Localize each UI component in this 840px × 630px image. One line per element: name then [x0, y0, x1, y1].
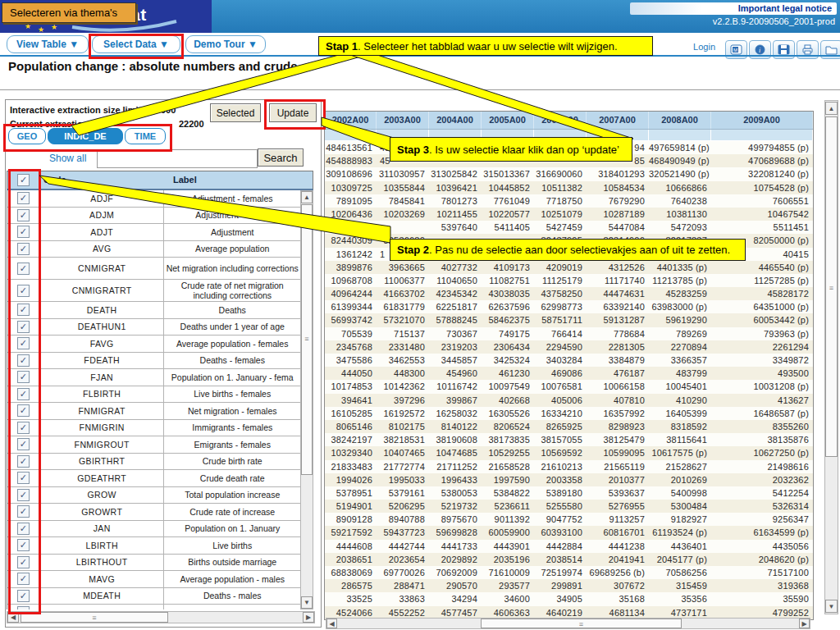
- show-all-link[interactable]: Show all: [49, 153, 86, 164]
- table-hscrollbar[interactable]: ◀ ≡ ▶: [326, 618, 810, 629]
- value-cell: 413627: [711, 394, 813, 407]
- row-checkbox[interactable]: ✓: [7, 588, 40, 605]
- year-column-header[interactable]: 2005A00: [482, 112, 534, 129]
- value-cell: 10045401: [649, 380, 711, 393]
- value-cell: 9011392: [482, 513, 534, 526]
- label-column-header[interactable]: Label: [168, 171, 309, 189]
- menu-demo-tour[interactable]: Demo Tour ▼: [185, 35, 266, 53]
- scroll-up-icon[interactable]: ▲: [301, 191, 313, 203]
- row-checkbox[interactable]: ✓: [7, 241, 40, 258]
- row-checkbox[interactable]: ✓: [7, 487, 40, 504]
- table-row: 3475586346255334458573425324340328433848…: [325, 354, 813, 367]
- row-checkbox[interactable]: ✓: [7, 420, 40, 436]
- row-checkbox[interactable]: ✓: [7, 258, 40, 279]
- value-cell: 69770026: [377, 566, 429, 579]
- row-checkbox[interactable]: ✓: [7, 302, 40, 318]
- value-cell: 16405399: [649, 407, 711, 420]
- year-column-header[interactable]: 2008A00: [649, 112, 711, 129]
- year-column-header[interactable]: 2009A00: [711, 112, 813, 129]
- scroll-right-icon[interactable]: ▶: [303, 612, 314, 623]
- value-cell: 10174853: [325, 380, 377, 393]
- row-checkbox[interactable]: ✓: [7, 454, 40, 470]
- row-checkbox[interactable]: ✓: [7, 504, 40, 520]
- value-cell: 4209019: [534, 261, 587, 274]
- code-column-header[interactable]: Code: [40, 171, 168, 189]
- row-checkbox[interactable]: ✓: [7, 436, 40, 453]
- year-column-header[interactable]: 2003A00: [377, 112, 429, 129]
- row-label: Crude birth rate: [164, 454, 300, 470]
- value-cell: 11171740: [587, 274, 649, 287]
- row-code: MJAN: [40, 605, 165, 609]
- value-cell: 35590: [711, 592, 813, 605]
- value-cell: 10407465: [377, 446, 429, 459]
- row-checkbox[interactable]: ✓: [7, 521, 40, 537]
- search-button[interactable]: Search: [258, 148, 304, 167]
- value-cell: 311030957: [377, 167, 429, 180]
- tab-geo[interactable]: GEO: [8, 128, 46, 144]
- row-checkbox[interactable]: ✓: [7, 470, 40, 486]
- scroll-right-icon[interactable]: ▶: [799, 619, 810, 628]
- table-row: 1096870811006377110406501108275111125179…: [325, 274, 813, 287]
- tab-time[interactable]: TIME: [125, 128, 166, 144]
- selected-button[interactable]: Selected: [210, 103, 261, 122]
- row-checkbox[interactable]: ✓: [7, 208, 40, 224]
- login-link[interactable]: Login: [693, 42, 715, 52]
- list-item-cnmigratrt: ✓CNMIGRATRTCrude rate of net migration i…: [7, 280, 300, 302]
- row-checkbox[interactable]: ✓: [7, 571, 40, 587]
- row-checkbox[interactable]: ✓: [7, 386, 40, 403]
- value-cell: 293577: [482, 579, 534, 592]
- value-cell: 3366357: [649, 354, 711, 367]
- scroll-left-icon[interactable]: ◀: [7, 612, 19, 623]
- table-row: 4440504483004549604612304690864761874837…: [325, 367, 813, 380]
- value-cell: 45828172: [711, 287, 813, 300]
- row-checkbox[interactable]: ✓: [7, 555, 40, 571]
- table-hscroll-thumb[interactable]: ≡: [481, 619, 682, 628]
- row-checkbox[interactable]: ✓: [7, 224, 40, 240]
- value-cell: 5447084: [587, 221, 649, 234]
- year-column-header[interactable]: 2002A00: [325, 112, 377, 129]
- value-cell: 5380053: [429, 486, 482, 500]
- menu-select-data[interactable]: Select Data ▼: [92, 35, 180, 53]
- scroll-up-icon[interactable]: ▲: [825, 102, 838, 115]
- row-checkbox[interactable]: ✓: [7, 190, 40, 207]
- update-button[interactable]: Update: [269, 103, 317, 122]
- scroll-left-icon[interactable]: ◀: [326, 619, 337, 628]
- scroll-down-icon[interactable]: ▼: [825, 600, 838, 613]
- row-checkbox[interactable]: ✓: [7, 319, 40, 336]
- table-vscrollbar[interactable]: ▲ ≡ ▼: [824, 100, 838, 614]
- value-cell: 57321070: [377, 313, 429, 326]
- list-hscrollbar[interactable]: ◀ ≡ ▶: [7, 611, 315, 623]
- table-vscroll-thumb[interactable]: ≡: [825, 116, 838, 457]
- list-hscroll-thumb[interactable]: ≡: [21, 612, 168, 623]
- year-column-header[interactable]: 2007A00: [587, 112, 649, 129]
- value-cell: 315013367: [482, 167, 534, 180]
- row-checkbox[interactable]: ✓: [7, 336, 40, 352]
- year-column-header[interactable]: 2004A00: [429, 112, 482, 129]
- callout-step-3: Stap 3. Is uw selectie klaar klik dan op…: [390, 137, 632, 162]
- value-cell: 454960: [429, 367, 482, 380]
- value-cell: 4465540(p): [711, 261, 813, 274]
- scroll-down-icon[interactable]: ▼: [301, 596, 313, 609]
- menu-view-table[interactable]: View Table ▼: [7, 35, 89, 53]
- row-checkbox[interactable]: ✓: [7, 280, 40, 301]
- value-cell: 38173835: [482, 433, 534, 446]
- row-checkbox[interactable]: ✓: [7, 537, 40, 554]
- list-item-fdeath: ✓FDEATHDeaths - females: [7, 353, 300, 370]
- row-checkbox[interactable]: ✓: [7, 403, 40, 419]
- row-checkbox[interactable]: ✓: [7, 353, 40, 369]
- search-input[interactable]: [97, 149, 258, 168]
- value-cell: 444050: [325, 367, 377, 380]
- value-cell: 4444608: [325, 540, 377, 553]
- table-row: 2183348321772774217112522165852821610213…: [325, 460, 813, 473]
- tab-indic-de[interactable]: INDIC_DE: [48, 128, 123, 144]
- year-column-header[interactable]: 2006A00: [534, 112, 587, 129]
- value-cell: 705539: [325, 327, 377, 340]
- list-vscroll-thumb[interactable]: ≡: [301, 204, 313, 475]
- select-all-checkbox[interactable]: ✓: [7, 171, 40, 189]
- list-vscrollbar[interactable]: ▲ ≡ ▼: [300, 190, 313, 609]
- value-cell: 793963(p): [711, 327, 813, 340]
- row-checkbox[interactable]: ✓: [7, 605, 40, 609]
- important-legal-notice-link[interactable]: Important legal notice: [630, 2, 837, 15]
- row-checkbox[interactable]: ✓: [7, 369, 40, 386]
- value-cell: 21772774: [377, 460, 429, 473]
